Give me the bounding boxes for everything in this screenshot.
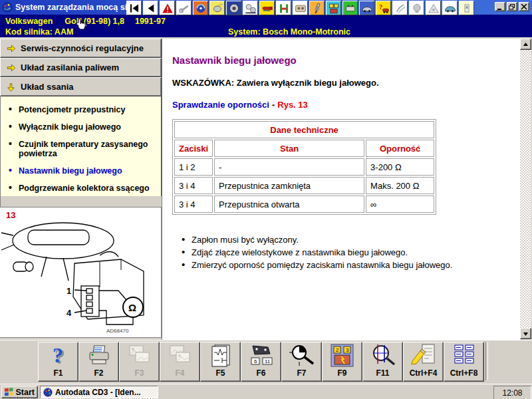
- sidebar-section-0[interactable]: Serwis-czynności regulacyjne: [0, 39, 162, 58]
- toolbar-button-nav-first[interactable]: [126, 1, 142, 15]
- toolbar-button-ball-part[interactable]: [409, 1, 424, 15]
- windows-logo-icon: [5, 388, 14, 397]
- arrow-right-icon: [6, 44, 16, 53]
- vehicle-years: 1991-97: [135, 17, 166, 26]
- toolbar-button-help-vehicle[interactable]: ?: [376, 1, 391, 15]
- fkey-button-f1[interactable]: ??F1: [38, 342, 78, 382]
- procedure-list: Zapłon musi być wyłączony.Zdjąć złącze w…: [172, 235, 513, 270]
- fkey-label: F2: [94, 368, 103, 378]
- sidebar-section-2[interactable]: Układ ssania: [0, 77, 162, 96]
- toolbar-button-nav-back[interactable]: [143, 1, 158, 15]
- clock: 12:08: [502, 388, 522, 398]
- toolbar: ?: [126, 1, 474, 15]
- procedure-step: Zmierzyć oporność pomiędzy zaciskami nas…: [182, 260, 513, 270]
- hand-cursor-icon: [74, 18, 86, 33]
- scroll-up-button[interactable]: [520, 39, 531, 50]
- fkey-button-f7[interactable]: F7: [281, 342, 322, 382]
- pin-label-4: 4: [66, 308, 72, 318]
- fkey-button-f5[interactable]: F5: [200, 342, 241, 382]
- toolbar-button-pulleys[interactable]: [243, 1, 258, 15]
- toolbar-button-lift[interactable]: [276, 1, 291, 15]
- procedure-step: Zapłon musi być wyłączony.: [182, 235, 513, 245]
- spec-table: Dane techniczneZaciskiStanOporność1 i 2-…: [172, 119, 436, 215]
- wheel-icon: [227, 2, 241, 15]
- sidebar-item[interactable]: Czujnik temperatury zasysanego powietrza: [7, 140, 157, 158]
- warning-icon: [161, 2, 174, 15]
- subheading: Sprawdzanie oporności-Rys. 13: [172, 100, 513, 110]
- fkey-button-f6[interactable]: 611F6: [241, 342, 281, 382]
- car-sketch-icon: [444, 2, 457, 15]
- fkey-button-f4: F4: [160, 342, 200, 382]
- start-button[interactable]: Start: [1, 386, 38, 398]
- content-area: Nastawnik biegu jałowego WSKAZÓWKA: Zawi…: [162, 39, 520, 340]
- toolbar-button-spark-plug[interactable]: [309, 1, 325, 15]
- arrow-right-icon: [6, 63, 16, 72]
- svg-text:3: 3: [346, 347, 349, 353]
- fkey-label: F5: [215, 368, 225, 378]
- svg-text:11: 11: [265, 358, 271, 364]
- taskbar-app-icon: [43, 388, 53, 397]
- toolbar-button-dashboard[interactable]: [293, 1, 308, 15]
- sidebar-section-1[interactable]: Układ zasilania paliwem: [0, 58, 162, 77]
- toolbar-button-car-tools[interactable]: [359, 1, 374, 15]
- red-tool-icon: [261, 2, 274, 15]
- sidebar: Serwis-czynności regulacyjneUkład zasila…: [0, 39, 162, 340]
- table-cell: 3 i 4: [174, 177, 213, 194]
- taskbar-app-button[interactable]: Autodata CD3 - [Iden...: [40, 386, 158, 398]
- car-tools-icon: [360, 2, 374, 15]
- image-next-icon: [166, 344, 195, 368]
- toolbar-button-globe-gauge[interactable]: [193, 1, 208, 15]
- svg-text:?: ?: [53, 344, 63, 367]
- fkey-button-ctrl-f8[interactable]: Ctrl+F8: [444, 342, 484, 382]
- toolbar-button-car-sketch[interactable]: [442, 1, 458, 15]
- toolbar-button-component-location[interactable]: [326, 1, 341, 15]
- close-button[interactable]: [519, 2, 529, 11]
- toolbar-button-warning[interactable]: [160, 1, 175, 15]
- sidebar-item-active[interactable]: Nastawnik biegu jałowego: [7, 166, 157, 176]
- fkey-label: F3: [134, 368, 144, 378]
- wiring-diagram-icon: [206, 344, 235, 368]
- function-key-bar: ??F1F2F3F4F5611F6F723F9F11Ctrl+F4Ctrl+F8: [0, 340, 532, 384]
- wrench-tools-icon: [178, 2, 191, 15]
- minimize-button[interactable]: [495, 2, 505, 11]
- toolbar-button-red-tool[interactable]: [259, 1, 275, 15]
- sidebar-item[interactable]: Wyłącznik biegu jałowego: [7, 122, 157, 132]
- toolbar-button-exhaust-arrows[interactable]: [392, 1, 408, 15]
- fkey-button-f9[interactable]: 23F9: [322, 342, 362, 382]
- toolbar-button-ecu-box[interactable]: [342, 1, 358, 15]
- scroll-down-button[interactable]: [520, 328, 531, 339]
- fkey-button-f3: F3: [119, 342, 160, 382]
- sidebar-section-label: Serwis-czynności regulacyjne: [21, 43, 144, 53]
- switch-panel-icon: [460, 2, 473, 15]
- mouse-icon: [211, 2, 224, 15]
- notes-pencil-icon: [409, 344, 438, 368]
- fkey-button-f11[interactable]: F11: [362, 342, 403, 382]
- sidebar-item[interactable]: Podgrzewanie kolektora ssącego: [7, 184, 157, 193]
- table-cell: 3-200 Ω: [366, 158, 434, 176]
- menu-list-icon: [450, 344, 479, 368]
- figure-reference[interactable]: Rys. 13: [277, 100, 308, 110]
- scrollbar-track[interactable]: [520, 50, 531, 328]
- fkey-label: Ctrl+F8: [450, 368, 478, 378]
- toolbar-button-mouse[interactable]: [209, 1, 225, 15]
- table-row: 3 i 4Przepustnica zamkniętaMaks. 200 Ω: [174, 177, 434, 194]
- vehicle-model[interactable]: Golf (91-98) 1,8: [65, 17, 124, 26]
- toolbar-button-triangle-part[interactable]: [426, 1, 441, 15]
- window-controls: [495, 2, 529, 11]
- image-prev-icon: [125, 344, 154, 368]
- vehicle-make[interactable]: Volkswagen: [5, 17, 53, 26]
- fkey-label: Ctrl+F4: [410, 368, 438, 378]
- print-icon: [84, 344, 114, 368]
- figure-panel: 13: [0, 207, 162, 338]
- subheading-label: Sprawdzanie oporności: [172, 100, 269, 110]
- toolbar-button-wrench-tools[interactable]: [176, 1, 192, 15]
- sidebar-item[interactable]: Potencjometr przepustnicy: [7, 105, 157, 114]
- toolbar-button-switch-panel[interactable]: [459, 1, 474, 15]
- fkey-button-f2[interactable]: F2: [78, 342, 119, 382]
- app-logo-icon: [2, 2, 13, 13]
- connector-pins-icon: 611: [247, 344, 276, 368]
- fkey-bar-separator: [485, 342, 488, 380]
- toolbar-button-wheel[interactable]: [226, 1, 241, 15]
- fkey-button-ctrl-f4[interactable]: Ctrl+F4: [403, 342, 444, 382]
- restore-button[interactable]: [507, 2, 517, 11]
